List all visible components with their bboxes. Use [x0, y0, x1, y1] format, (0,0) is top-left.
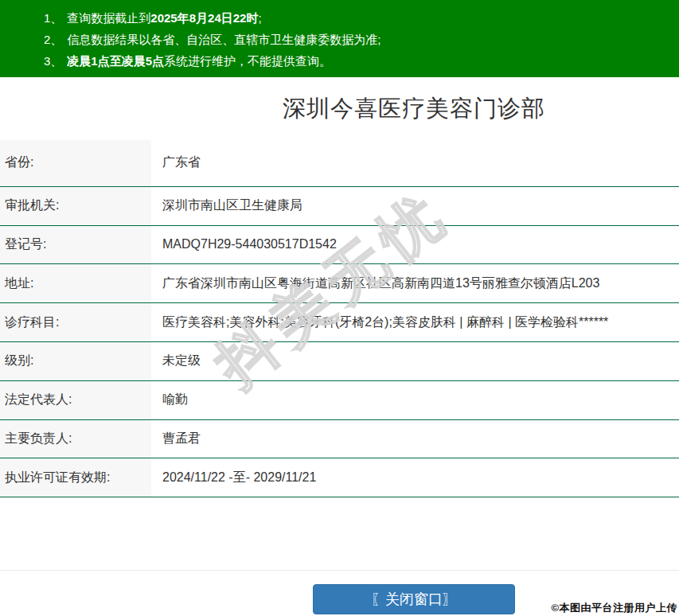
table-row-legal-representative: 法定代表人: 喻勤 [0, 381, 679, 420]
footer-divider [0, 570, 679, 571]
table-row-province: 省份: 广东省 [0, 140, 679, 187]
row-label: 法定代表人: [0, 381, 151, 419]
row-value: 深圳市南山区卫生健康局 [151, 187, 679, 225]
row-label: 执业许可证有效期: [0, 458, 151, 497]
table-row-registration-number: 登记号: MADQ7H29-544030517D1542 [0, 226, 679, 265]
notice-text: 信息数据结果以各省、自治区、直辖市卫生健康委数据为准; [67, 33, 380, 46]
row-label: 地址: [0, 264, 151, 302]
notice-banner: 1、查询数据截止到2025年8月24日22时; 2、信息数据结果以各省、自治区、… [0, 0, 679, 77]
notice-text: 查询数据截止到 [67, 11, 150, 25]
page-viewport: 1、查询数据截止到2025年8月24日22时; 2、信息数据结果以各省、自治区、… [0, 0, 679, 616]
row-value: 广东省 [151, 140, 679, 186]
table-row-approval-authority: 审批机关: 深圳市南山区卫生健康局 [0, 187, 679, 226]
row-label: 主要负责人: [0, 420, 151, 458]
close-window-button[interactable]: 〖关闭窗口〗 [313, 584, 515, 614]
row-value: 医疗美容科;美容外科;美容牙科(牙椅2台);美容皮肤科 | 麻醉科 | 医学检验… [151, 303, 679, 341]
row-value: MADQ7H29-544030517D1542 [151, 226, 679, 264]
row-label: 诊疗科目: [0, 303, 151, 341]
notice-number: 1、 [44, 11, 62, 25]
notice-line-2: 2、信息数据结果以各省、自治区、直辖市卫生健康委数据为准; [44, 29, 679, 50]
notice-text-bold: 2025年8月24日22时 [150, 11, 258, 25]
row-label: 级别: [0, 342, 151, 380]
row-label: 审批机关: [0, 187, 151, 225]
notice-number: 2、 [44, 33, 62, 46]
table-row-license-validity: 执业许可证有效期: 2024/11/22 -至- 2029/11/21 [0, 458, 679, 497]
table-row-address: 地址: 广东省深圳市南山区粤海街道高新区社区高新南四道13号丽雅查尔顿酒店L20… [0, 264, 679, 303]
row-value: 曹孟君 [151, 420, 679, 458]
notice-text-bold: 凌晨1点至凌晨5点 [67, 54, 164, 68]
row-label: 登记号: [0, 226, 151, 264]
notice-text-tail: ; [258, 11, 261, 25]
row-value: 喻勤 [151, 381, 679, 419]
notice-line-3: 3、凌晨1点至凌晨5点系统进行维护，不能提供查询。 [44, 50, 679, 72]
copyright-notice: ©本图由平台注册用户上传 [551, 601, 677, 615]
table-row-medical-departments: 诊疗科目: 医疗美容科;美容外科;美容牙科(牙椅2台);美容皮肤科 | 麻醉科 … [0, 303, 679, 342]
row-label: 省份: [0, 140, 151, 186]
row-value: 2024/11/22 -至- 2029/11/21 [151, 458, 679, 497]
notice-line-1: 1、查询数据截止到2025年8月24日22时; [44, 7, 679, 29]
row-value: 未定级 [151, 342, 679, 380]
table-row-person-in-charge: 主要负责人: 曹孟君 [0, 420, 679, 459]
institution-info-table: 省份: 广东省 审批机关: 深圳市南山区卫生健康局 登记号: MADQ7H29-… [0, 140, 679, 497]
row-value: 广东省深圳市南山区粤海街道高新区社区高新南四道13号丽雅查尔顿酒店L203 [151, 264, 679, 302]
notice-number: 3、 [44, 54, 62, 68]
page-content: 1、查询数据截止到2025年8月24日22时; 2、信息数据结果以各省、自治区、… [0, 0, 679, 614]
page-title: 深圳今喜医疗美容门诊部 [0, 77, 679, 140]
table-row-level: 级别: 未定级 [0, 342, 679, 381]
notice-text-tail: 系统进行维护，不能提供查询。 [164, 54, 331, 68]
